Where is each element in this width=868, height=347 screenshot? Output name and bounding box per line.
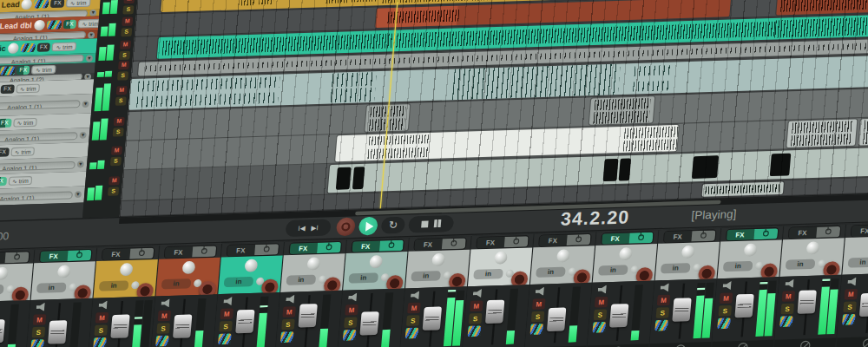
input-button[interactable]: in [848,257,868,267]
fx-enable-button[interactable]: FX [352,239,403,252]
mute-button[interactable]: M [114,117,125,126]
mute-button[interactable]: M [720,292,733,304]
fx-dropdown-arrow[interactable]: ▾ [82,100,89,107]
solo-button[interactable]: S [32,327,46,338]
record-button[interactable] [336,217,356,236]
fx-dropdown-arrow[interactable]: ▾ [77,160,85,167]
fx-dropdown-arrow[interactable]: ▾ [75,191,82,198]
arrange-view[interactable] [120,0,868,217]
fx-inserts-icon[interactable] [779,316,793,327]
mute-button[interactable]: M [122,16,133,25]
mute-button[interactable]: M [532,298,546,310]
fx-enable-button[interactable]: FX [663,230,714,242]
volume-fader[interactable] [235,310,254,333]
fx-toggle[interactable]: FX [62,20,76,29]
mute-button[interactable]: M [407,303,421,314]
speaker-icon[interactable] [597,285,608,293]
fx-enable-button[interactable]: FX [726,228,777,240]
solo-button[interactable]: S [119,50,130,59]
speaker-icon[interactable] [660,283,670,291]
mute-button[interactable]: M [118,60,129,69]
solo-button[interactable]: S [281,319,295,331]
pan-knob[interactable] [431,253,445,266]
fx-toggle[interactable]: FX [0,85,14,95]
mute-button[interactable]: M [470,300,483,311]
pan-knob[interactable] [0,267,8,280]
fx-dropdown-arrow[interactable]: ▾ [88,31,95,38]
solo-button[interactable]: S [117,71,128,80]
pan-knob[interactable] [806,241,819,254]
pause-button[interactable] [434,219,442,228]
fx-enable-button[interactable]: FX [289,241,340,253]
fx-inserts-icon[interactable] [30,339,44,347]
speaker-icon[interactable] [161,298,171,307]
trim-button[interactable]: ∿ trim [8,176,33,186]
fx-inserts-icon[interactable] [842,314,856,325]
fx-enable-button[interactable]: FX [227,244,278,256]
fx-enable-button[interactable]: FX [39,249,90,261]
input-button[interactable]: in [786,259,816,270]
pan-knob[interactable] [244,259,258,272]
go-to-start-button[interactable]: I◀ [298,224,306,232]
fx-toggle[interactable]: FX [0,147,10,157]
input-button[interactable]: in [473,269,503,279]
mute-button[interactable]: M [844,289,858,300]
pan-knob[interactable] [181,261,195,274]
speaker-icon[interactable] [348,292,358,301]
input-button[interactable]: in [0,285,4,295]
fx-inserts-icon[interactable] [717,318,731,329]
solo-button[interactable]: S [156,323,170,334]
fx-inserts-icon[interactable] [468,325,482,337]
trim-button[interactable]: ∿ trim [13,118,38,128]
volume-knob[interactable] [22,0,33,10]
solo-button[interactable]: S [656,307,670,318]
speaker-icon[interactable] [535,287,545,296]
mute-button[interactable]: M [282,306,296,318]
mute-button[interactable]: M [116,85,128,94]
pan-knob[interactable] [119,263,133,276]
stop-button[interactable] [421,221,429,228]
fx-inserts-icon[interactable] [20,43,36,53]
media-item[interactable] [702,181,784,196]
volume-knob[interactable] [33,20,44,31]
mute-button[interactable]: M [111,146,122,154]
solo-button[interactable]: S [594,309,608,320]
input-button[interactable]: in [36,283,67,293]
fx-inserts-icon[interactable] [155,336,169,347]
volume-fader[interactable] [672,298,691,321]
input-button[interactable]: in [348,272,378,283]
fx-toggle[interactable]: FX [0,119,11,128]
solo-button[interactable]: S [344,317,358,328]
fx-name-slider[interactable]: Analog 1 (1) [0,191,73,202]
input-button[interactable]: in [161,278,192,289]
fx-inserts-icon[interactable] [93,337,107,347]
routing-button[interactable] [737,343,747,347]
speaker-icon[interactable] [223,297,233,305]
volume-fader[interactable] [359,311,378,336]
repeat-button[interactable]: ↻ [381,217,406,234]
trim-button[interactable]: ∿ trim [78,19,99,29]
speaker-icon[interactable] [411,291,421,299]
solo-button[interactable]: S [406,315,420,326]
fx-enable-button[interactable]: FX [0,252,29,264]
input-button[interactable]: in [598,265,628,275]
fx-name-slider[interactable]: Analog 1 (1) [0,100,81,111]
fx-toggle[interactable]: FX [16,66,30,75]
volume-fader[interactable] [173,314,192,337]
mute-button[interactable]: M [120,40,131,49]
solo-button[interactable]: S [122,5,134,14]
fx-dropdown-arrow[interactable]: ▾ [79,132,87,139]
volume-fader[interactable] [298,304,317,327]
input-button[interactable]: in [661,263,691,273]
solo-button[interactable]: S [94,324,108,336]
go-to-end-button[interactable]: ▶I [311,224,319,232]
pan-knob[interactable] [743,244,757,257]
fx-name-slider[interactable]: Analog 1 (1) [0,160,76,172]
volume-fader[interactable] [0,319,5,343]
fx-toggle[interactable]: FX [0,177,7,187]
fx-toggle[interactable]: FX [36,43,50,52]
volume-fader[interactable] [798,290,817,313]
speaker-icon[interactable] [785,279,795,288]
media-item[interactable] [786,119,857,147]
solo-button[interactable]: S [219,321,233,332]
